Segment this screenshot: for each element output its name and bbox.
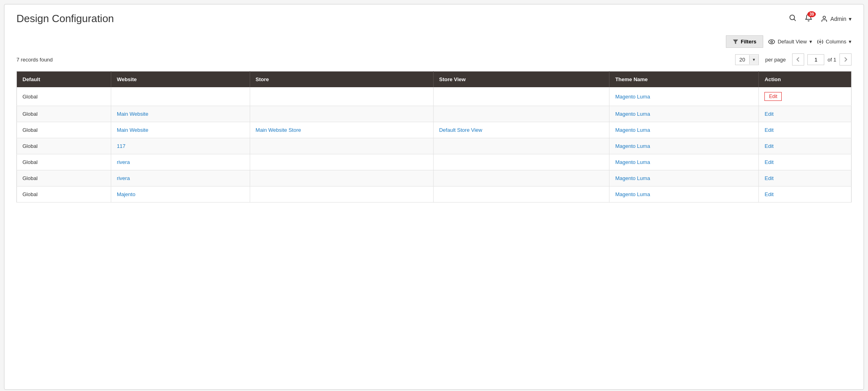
view-chevron-icon: ▾ — [809, 39, 812, 45]
cell-store — [250, 170, 433, 186]
edit-button[interactable]: Edit — [764, 143, 773, 149]
cell-website: rivera — [111, 154, 250, 170]
cell-store_view — [433, 186, 609, 203]
table-row: GlobalriveraMagento LumaEdit — [17, 154, 852, 170]
design-configuration-table: Default Website Store Store View Theme N… — [16, 71, 852, 203]
page-wrapper: Design Configuration 39 — [4, 4, 864, 390]
cell-website: 117 — [111, 138, 250, 154]
table-header-row: Default Website Store Store View Theme N… — [17, 72, 852, 88]
per-page-dropdown-arrow[interactable]: ▾ — [749, 55, 758, 64]
page-header: Design Configuration 39 — [16, 12, 852, 29]
cell-default: Global — [17, 186, 111, 203]
notifications-bell-icon[interactable]: 39 — [805, 14, 813, 24]
edit-button-outlined[interactable]: Edit — [764, 92, 782, 101]
page-of-total: of 1 — [827, 57, 836, 63]
svg-point-0 — [790, 15, 795, 20]
cell-theme_name: Magento Luma — [609, 106, 759, 122]
cell-theme_name: Magento Luma — [609, 122, 759, 138]
cell-store_view — [433, 106, 609, 122]
records-found: 7 records found — [16, 57, 53, 63]
cell-default: Global — [17, 170, 111, 186]
edit-button[interactable]: Edit — [764, 175, 773, 181]
cell-action: Edit — [759, 122, 852, 138]
cell-website: rivera — [111, 170, 250, 186]
cell-theme_name: Magento Luma — [609, 154, 759, 170]
search-icon[interactable] — [789, 14, 797, 24]
view-label: Default View — [778, 39, 807, 45]
cell-store_view — [433, 154, 609, 170]
per-page-select[interactable]: 20 ▾ — [735, 54, 759, 65]
svg-point-6 — [819, 41, 821, 43]
cell-store_view: Default Store View — [433, 122, 609, 138]
admin-user-menu[interactable]: Admin ▾ — [821, 15, 852, 23]
edit-button[interactable]: Edit — [764, 191, 773, 197]
cell-default: Global — [17, 106, 111, 122]
col-header-theme-name: Theme Name — [609, 72, 759, 88]
admin-chevron-icon: ▾ — [849, 16, 852, 22]
cell-website: Majento — [111, 186, 250, 203]
notification-count: 39 — [807, 11, 816, 17]
columns-label: Columns — [826, 39, 846, 45]
per-page-value: 20 — [736, 55, 749, 65]
pagination-bar: 7 records found 20 ▾ per page of 1 — [16, 52, 852, 67]
view-selector[interactable]: Default View ▾ — [768, 39, 812, 45]
table-row: GlobalMagento LumaEdit — [17, 87, 852, 106]
table-row: GlobalriveraMagento LumaEdit — [17, 170, 852, 186]
prev-page-button[interactable] — [792, 53, 804, 66]
cell-default: Global — [17, 87, 111, 106]
cell-action: Edit — [759, 138, 852, 154]
cell-action: Edit — [759, 106, 852, 122]
cell-default: Global — [17, 138, 111, 154]
page-title: Design Configuration — [16, 12, 114, 25]
svg-line-1 — [794, 19, 796, 21]
table-row: GlobalMajentoMagento LumaEdit — [17, 186, 852, 203]
table-row: GlobalMain WebsiteMain Website StoreDefa… — [17, 122, 852, 138]
cell-action: Edit — [759, 154, 852, 170]
page-number-input[interactable] — [807, 54, 824, 65]
cell-store_view — [433, 138, 609, 154]
cell-website: Main Website — [111, 122, 250, 138]
cell-action: Edit — [759, 170, 852, 186]
edit-button[interactable]: Edit — [764, 111, 773, 117]
cell-website: Main Website — [111, 106, 250, 122]
edit-button[interactable]: Edit — [764, 127, 773, 133]
col-header-store-view: Store View — [433, 72, 609, 88]
cell-store: Main Website Store — [250, 122, 433, 138]
col-header-action: Action — [759, 72, 852, 88]
cell-store — [250, 186, 433, 203]
cell-default: Global — [17, 122, 111, 138]
cell-store_view — [433, 87, 609, 106]
cell-theme_name: Magento Luma — [609, 170, 759, 186]
svg-point-5 — [771, 41, 773, 43]
table-row: Global117Magento LumaEdit — [17, 138, 852, 154]
header-actions: 39 Admin ▾ — [789, 14, 852, 24]
per-page-label: per page — [765, 57, 786, 63]
svg-point-2 — [823, 16, 825, 18]
cell-theme_name: Magento Luma — [609, 138, 759, 154]
edit-button[interactable]: Edit — [764, 159, 773, 165]
cell-store — [250, 154, 433, 170]
cell-default: Global — [17, 154, 111, 170]
cell-theme_name: Magento Luma — [609, 186, 759, 203]
filters-button[interactable]: Filters — [726, 35, 763, 48]
col-header-website: Website — [111, 72, 250, 88]
cell-action: Edit — [759, 87, 852, 106]
cell-store — [250, 87, 433, 106]
svg-marker-3 — [733, 39, 738, 44]
cell-store_view — [433, 170, 609, 186]
svg-point-4 — [768, 39, 774, 44]
cell-action: Edit — [759, 186, 852, 203]
pagination-controls: 20 ▾ per page of 1 — [735, 53, 852, 66]
cell-store — [250, 106, 433, 122]
toolbar: Filters Default View ▾ Columns ▾ — [16, 35, 852, 48]
next-page-button[interactable] — [839, 53, 852, 66]
admin-user-label: Admin — [830, 16, 846, 22]
cell-store — [250, 138, 433, 154]
col-header-store: Store — [250, 72, 433, 88]
cell-website — [111, 87, 250, 106]
cell-theme_name: Magento Luma — [609, 87, 759, 106]
table-row: GlobalMain WebsiteMagento LumaEdit — [17, 106, 852, 122]
col-header-default: Default — [17, 72, 111, 88]
columns-chevron-icon: ▾ — [849, 39, 852, 45]
columns-selector[interactable]: Columns ▾ — [817, 39, 852, 45]
